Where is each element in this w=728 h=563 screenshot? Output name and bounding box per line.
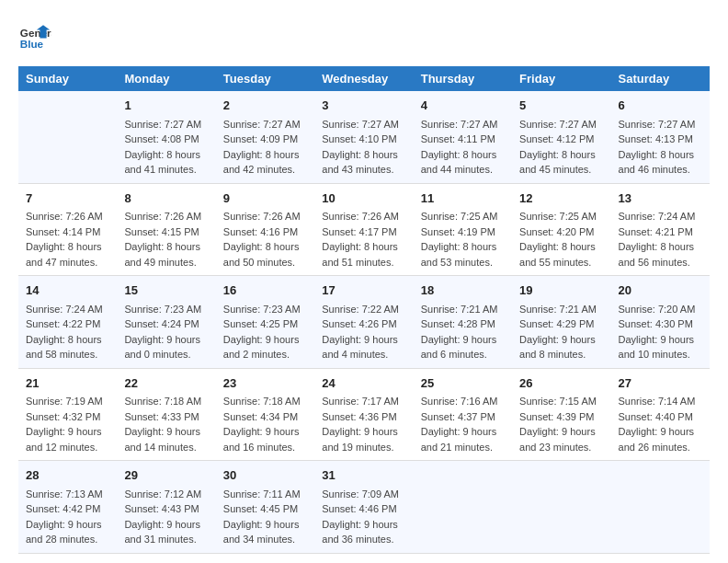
col-header-thursday: Thursday	[414, 66, 512, 91]
svg-text:Blue: Blue	[20, 38, 44, 50]
day-number: 19	[519, 282, 603, 300]
day-info: Sunrise: 7:15 AMSunset: 4:39 PMDaylight:…	[519, 394, 603, 454]
calendar-cell: 26Sunrise: 7:15 AMSunset: 4:39 PMDayligh…	[512, 368, 610, 461]
day-number: 16	[223, 282, 307, 300]
page-header: General Blue	[18, 18, 710, 52]
calendar-cell	[18, 91, 117, 183]
calendar-cell: 9Sunrise: 7:26 AMSunset: 4:16 PMDaylight…	[216, 183, 314, 276]
day-info: Sunrise: 7:27 AMSunset: 4:11 PMDaylight:…	[421, 117, 505, 178]
calendar-cell: 4Sunrise: 7:27 AMSunset: 4:11 PMDaylight…	[414, 91, 512, 183]
calendar-cell: 27Sunrise: 7:14 AMSunset: 4:40 PMDayligh…	[611, 368, 710, 461]
day-number: 10	[322, 190, 405, 208]
calendar-cell: 28Sunrise: 7:13 AMSunset: 4:42 PMDayligh…	[18, 461, 117, 554]
header-row: SundayMondayTuesdayWednesdayThursdayFrid…	[18, 66, 710, 91]
day-info: Sunrise: 7:23 AMSunset: 4:24 PMDaylight:…	[124, 302, 208, 362]
day-info: Sunrise: 7:14 AMSunset: 4:40 PMDaylight:…	[619, 394, 702, 454]
day-info: Sunrise: 7:26 AMSunset: 4:15 PMDaylight:…	[124, 209, 208, 270]
logo: General Blue	[18, 18, 51, 52]
day-number: 8	[124, 190, 208, 208]
col-header-saturday: Saturday	[611, 66, 710, 91]
calendar-cell: 3Sunrise: 7:27 AMSunset: 4:10 PMDaylight…	[314, 91, 413, 183]
calendar-table: SundayMondayTuesdayWednesdayThursdayFrid…	[18, 66, 710, 554]
day-number: 3	[322, 97, 405, 115]
day-info: Sunrise: 7:24 AMSunset: 4:22 PMDaylight:…	[26, 302, 109, 362]
day-info: Sunrise: 7:13 AMSunset: 4:42 PMDaylight:…	[26, 487, 109, 547]
day-number: 5	[519, 97, 603, 115]
day-number: 21	[26, 374, 109, 393]
day-info: Sunrise: 7:27 AMSunset: 4:13 PMDaylight:…	[619, 117, 702, 178]
day-number: 11	[421, 190, 505, 208]
calendar-cell: 29Sunrise: 7:12 AMSunset: 4:43 PMDayligh…	[117, 461, 215, 554]
day-info: Sunrise: 7:23 AMSunset: 4:25 PMDaylight:…	[223, 302, 307, 362]
calendar-cell: 18Sunrise: 7:21 AMSunset: 4:28 PMDayligh…	[414, 276, 512, 369]
day-info: Sunrise: 7:25 AMSunset: 4:19 PMDaylight:…	[421, 209, 505, 270]
day-number: 20	[619, 282, 702, 300]
day-number: 4	[421, 97, 505, 115]
calendar-cell: 24Sunrise: 7:17 AMSunset: 4:36 PMDayligh…	[314, 368, 413, 461]
day-number: 18	[421, 282, 505, 300]
day-info: Sunrise: 7:11 AMSunset: 4:45 PMDaylight:…	[223, 487, 307, 547]
day-number: 9	[223, 190, 307, 208]
day-number: 6	[619, 97, 702, 115]
day-info: Sunrise: 7:26 AMSunset: 4:14 PMDaylight:…	[26, 209, 109, 270]
week-row-1: 7Sunrise: 7:26 AMSunset: 4:14 PMDaylight…	[18, 183, 710, 276]
day-info: Sunrise: 7:21 AMSunset: 4:29 PMDaylight:…	[519, 302, 603, 362]
col-header-monday: Monday	[117, 66, 215, 91]
day-info: Sunrise: 7:22 AMSunset: 4:26 PMDaylight:…	[322, 302, 405, 362]
day-number: 29	[124, 466, 208, 485]
calendar-cell: 7Sunrise: 7:26 AMSunset: 4:14 PMDaylight…	[18, 183, 117, 276]
col-header-wednesday: Wednesday	[314, 66, 413, 91]
day-number: 7	[26, 190, 109, 208]
day-number: 15	[124, 282, 208, 300]
calendar-cell: 19Sunrise: 7:21 AMSunset: 4:29 PMDayligh…	[512, 276, 610, 369]
calendar-cell: 12Sunrise: 7:25 AMSunset: 4:20 PMDayligh…	[512, 183, 610, 276]
week-row-2: 14Sunrise: 7:24 AMSunset: 4:22 PMDayligh…	[18, 276, 710, 369]
day-number: 13	[619, 190, 702, 208]
day-info: Sunrise: 7:25 AMSunset: 4:20 PMDaylight:…	[519, 209, 603, 270]
calendar-cell	[414, 461, 512, 554]
day-number: 17	[322, 282, 405, 300]
calendar-cell: 10Sunrise: 7:26 AMSunset: 4:17 PMDayligh…	[314, 183, 413, 276]
day-info: Sunrise: 7:26 AMSunset: 4:17 PMDaylight:…	[322, 209, 405, 270]
day-info: Sunrise: 7:27 AMSunset: 4:12 PMDaylight:…	[519, 117, 603, 178]
day-info: Sunrise: 7:20 AMSunset: 4:30 PMDaylight:…	[619, 302, 702, 362]
calendar-cell: 13Sunrise: 7:24 AMSunset: 4:21 PMDayligh…	[611, 183, 710, 276]
day-number: 22	[124, 374, 208, 393]
day-number: 28	[26, 466, 109, 485]
day-info: Sunrise: 7:17 AMSunset: 4:36 PMDaylight:…	[322, 394, 405, 454]
day-number: 25	[421, 374, 505, 393]
calendar-cell: 20Sunrise: 7:20 AMSunset: 4:30 PMDayligh…	[611, 276, 710, 369]
day-info: Sunrise: 7:12 AMSunset: 4:43 PMDaylight:…	[124, 487, 208, 547]
day-info: Sunrise: 7:27 AMSunset: 4:10 PMDaylight:…	[322, 117, 405, 178]
calendar-cell: 8Sunrise: 7:26 AMSunset: 4:15 PMDaylight…	[117, 183, 215, 276]
day-number: 31	[322, 466, 405, 485]
day-info: Sunrise: 7:24 AMSunset: 4:21 PMDaylight:…	[619, 209, 702, 270]
day-number: 12	[519, 190, 603, 208]
calendar-cell: 16Sunrise: 7:23 AMSunset: 4:25 PMDayligh…	[216, 276, 314, 369]
day-number: 24	[322, 374, 405, 393]
col-header-friday: Friday	[512, 66, 610, 91]
day-number: 2	[223, 97, 307, 115]
calendar-cell: 5Sunrise: 7:27 AMSunset: 4:12 PMDaylight…	[512, 91, 610, 183]
calendar-cell: 1Sunrise: 7:27 AMSunset: 4:08 PMDaylight…	[117, 91, 215, 183]
col-header-sunday: Sunday	[18, 66, 117, 91]
calendar-cell: 14Sunrise: 7:24 AMSunset: 4:22 PMDayligh…	[18, 276, 117, 369]
day-info: Sunrise: 7:21 AMSunset: 4:28 PMDaylight:…	[421, 302, 505, 362]
day-number: 14	[26, 282, 109, 300]
logo-icon: General Blue	[18, 18, 51, 52]
calendar-cell: 11Sunrise: 7:25 AMSunset: 4:19 PMDayligh…	[414, 183, 512, 276]
day-info: Sunrise: 7:18 AMSunset: 4:34 PMDaylight:…	[223, 394, 307, 454]
calendar-cell: 23Sunrise: 7:18 AMSunset: 4:34 PMDayligh…	[216, 368, 314, 461]
calendar-cell: 17Sunrise: 7:22 AMSunset: 4:26 PMDayligh…	[314, 276, 413, 369]
day-info: Sunrise: 7:27 AMSunset: 4:08 PMDaylight:…	[124, 117, 208, 178]
calendar-cell: 25Sunrise: 7:16 AMSunset: 4:37 PMDayligh…	[414, 368, 512, 461]
day-info: Sunrise: 7:27 AMSunset: 4:09 PMDaylight:…	[223, 117, 307, 178]
week-row-0: 1Sunrise: 7:27 AMSunset: 4:08 PMDaylight…	[18, 91, 710, 183]
week-row-4: 28Sunrise: 7:13 AMSunset: 4:42 PMDayligh…	[18, 461, 710, 554]
calendar-cell: 30Sunrise: 7:11 AMSunset: 4:45 PMDayligh…	[216, 461, 314, 554]
calendar-cell	[611, 461, 710, 554]
day-number: 30	[223, 466, 307, 485]
day-number: 26	[519, 374, 603, 393]
col-header-tuesday: Tuesday	[216, 66, 314, 91]
day-info: Sunrise: 7:16 AMSunset: 4:37 PMDaylight:…	[421, 394, 505, 454]
